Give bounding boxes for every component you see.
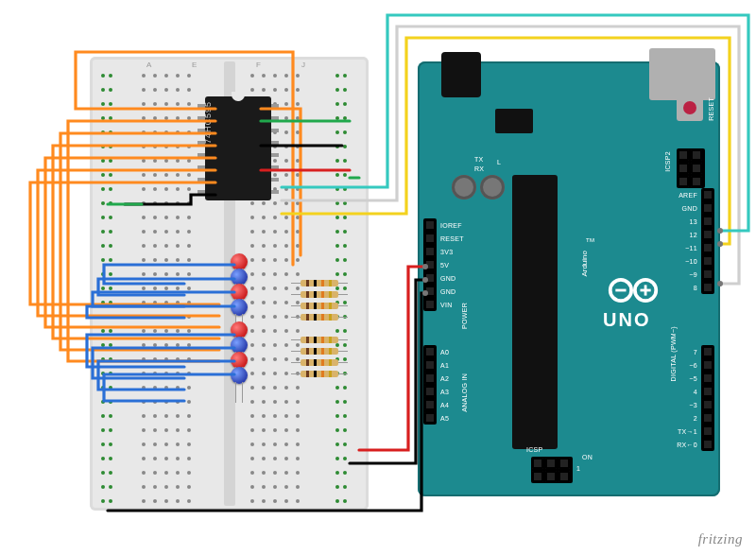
pin-11[interactable] xyxy=(702,242,713,253)
header-digital-low[interactable] xyxy=(701,345,714,451)
pin-AREF[interactable] xyxy=(702,189,713,200)
pin-6[interactable] xyxy=(702,359,713,371)
pin-TX1[interactable] xyxy=(702,425,713,437)
arduino-uno-board: RESET POWER ANALOG IN DIGITAL (PWM~) TX … xyxy=(418,61,720,496)
pin-9[interactable] xyxy=(702,269,713,280)
pin-RESET[interactable] xyxy=(424,233,436,244)
atmega-mcu xyxy=(512,175,558,449)
barrel-jack xyxy=(441,52,481,97)
analog-group-label: ANALOG IN xyxy=(461,373,468,412)
resistor-8 xyxy=(301,371,338,377)
reset-button[interactable] xyxy=(677,95,703,121)
led-blue-4 xyxy=(231,299,248,316)
resistor-1 xyxy=(301,280,338,286)
led-blue-8 xyxy=(231,367,248,384)
pin-A3[interactable] xyxy=(424,386,436,397)
pin-A0[interactable] xyxy=(424,346,436,357)
resistor-2 xyxy=(301,291,338,298)
pin-GND[interactable] xyxy=(702,202,713,214)
pin-GND[interactable] xyxy=(424,272,436,284)
ic-notch xyxy=(232,92,245,101)
pin-A1[interactable] xyxy=(424,359,436,371)
arduino-brand-label: Arduino xyxy=(580,251,589,277)
usb-port xyxy=(649,48,715,100)
pin-RX0[interactable] xyxy=(702,439,713,450)
pin-13[interactable] xyxy=(702,216,713,227)
header-analog[interactable] xyxy=(423,345,437,425)
pin-10[interactable] xyxy=(702,255,713,267)
digital-group-label: DIGITAL (PWM~) xyxy=(670,326,677,381)
pin-A2[interactable] xyxy=(424,373,436,384)
pin-2[interactable] xyxy=(702,412,713,424)
capacitor-1 xyxy=(452,175,476,199)
capacitor-2 xyxy=(480,175,505,199)
header-power[interactable] xyxy=(423,218,437,311)
header-icsp2[interactable] xyxy=(677,148,705,188)
resistor-4 xyxy=(301,314,338,321)
fritzing-watermark: fritzing xyxy=(698,531,743,547)
arduino-model-label: UNO xyxy=(603,309,650,331)
resistor-5 xyxy=(301,337,338,343)
pin-3V3[interactable] xyxy=(424,246,436,257)
power-group-label: POWER xyxy=(461,303,468,329)
pin-3[interactable] xyxy=(702,399,713,410)
ic-74hc595: 74HC595 xyxy=(205,96,271,200)
pin-5[interactable] xyxy=(702,373,713,384)
pin-A4[interactable] xyxy=(424,399,436,410)
pin-4[interactable] xyxy=(702,386,713,397)
pin-12[interactable] xyxy=(702,229,713,240)
arduino-logo-icon xyxy=(607,274,660,306)
reset-label: RESET xyxy=(708,97,714,121)
pin-GND[interactable] xyxy=(424,286,436,297)
pin-VIN[interactable] xyxy=(424,299,436,310)
pin-IOREF[interactable] xyxy=(424,219,436,231)
resistor-7 xyxy=(301,359,338,366)
header-digital-high[interactable] xyxy=(701,188,714,294)
voltage-regulator xyxy=(495,109,533,133)
pin-7[interactable] xyxy=(702,346,713,357)
pin-8[interactable] xyxy=(702,282,713,293)
resistor-3 xyxy=(301,303,338,309)
header-icsp[interactable] xyxy=(531,457,573,483)
pin-5V[interactable] xyxy=(424,259,436,270)
resistor-6 xyxy=(301,348,338,355)
pin-A5[interactable] xyxy=(424,412,436,424)
